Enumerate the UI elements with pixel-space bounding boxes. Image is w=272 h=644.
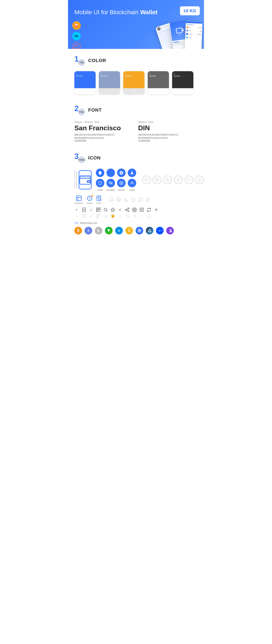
profile-icon-filled [128,168,136,177]
share-icon [125,208,130,212]
font-section-header: 2 TWO FONT [74,105,198,116]
arrow-right-gray-icon [140,214,144,218]
svg-point-23 [177,178,180,181]
svg-line-52 [106,211,107,212]
phone-mockups: myWallet 6,297,502.12 BTC [159,20,202,49]
color-section-num: 1 ONE [74,55,85,66]
color-section: 1 ONE COLOR #3574FA #8DA0C8 #F5A623 [68,49,204,98]
svg-rect-44 [99,208,100,209]
zcash-icon: Z [126,227,133,234]
nav-icons-row: Mangment History Order [74,195,198,204]
plus-icon: + [74,208,79,212]
svg-point-59 [134,209,135,210]
color-swatches: #3574FA #8DA0C8 #F5A623 #666666 #303030 [74,71,198,94]
svg-point-17 [121,172,122,174]
check-icon: ✓ [89,208,94,212]
arrows-lr-gray-icon [125,214,130,218]
ethereum-icon: Ξ [84,227,92,234]
hero-section: Mobile UI for Blockchain Wallet UI Kit P… [68,0,204,49]
svg-point-20 [131,171,133,173]
icon-num-circle: THREE [78,156,85,163]
bitcoin-icon: ₿ [74,227,82,234]
layers-icon-outline [153,176,161,184]
color-num-circle: ONE [78,59,85,66]
assets-icon-filled [96,168,104,177]
svg-line-58 [127,209,128,210]
search-gray-icon [103,214,108,218]
svg-point-55 [126,209,127,210]
qr-gray-icon [96,214,101,218]
swatch-gray: #666666 [148,71,169,94]
icon-col-discover: Discover [117,168,126,191]
transfer-icon [146,208,151,212]
icon-construction-row: Assets [74,168,198,191]
svg-marker-22 [156,178,159,180]
font-section: 2 TWO FONT Regular · Medium · Bold San F… [68,98,204,146]
icon-section-header: 3 THREE ICON [74,152,198,163]
layers-gray-icon [116,198,121,202]
settings-icon [132,208,137,212]
svg-point-54 [128,208,129,209]
exchange-icon-filled [106,168,115,177]
icon-colored-set: Assets [96,168,136,191]
profile-icon-outline [128,179,136,187]
icon-col-exchange: Exchange [106,168,115,191]
ui-kit-badge: UI Kit [180,6,200,15]
dash-icon: D [115,227,123,234]
star-icon [110,208,115,212]
tool-icons-row-1: + ✓ [74,208,198,212]
swatch-dark: #303030 [172,71,194,94]
font-sf: Regular · Medium · Bold San Francisco AB… [74,121,134,142]
blockchain-line [74,223,78,223]
svg-point-19 [121,182,122,184]
svg-rect-45 [96,210,98,212]
svg-rect-67 [96,216,98,218]
svg-marker-70 [111,214,115,218]
svg-point-21 [131,182,133,183]
info-icon-outline [195,176,204,184]
tool-icons-row-2: + ✓ [74,214,198,218]
svg-point-68 [104,215,107,218]
swatch-blue: #3574FA [74,71,96,94]
icon-gray-set [142,176,204,184]
svg-rect-43 [96,208,98,209]
circle-icon-outline [174,176,182,184]
icon-order: Order [96,195,102,204]
svg-rect-27 [76,196,82,201]
assets-icon-outline [96,179,104,187]
discover-icon-filled [117,168,126,177]
svg-line-57 [127,210,128,211]
swatch-orange: #F5A623 [123,71,144,94]
message-gray-icon [138,198,143,202]
hero-title: Mobile UI for Blockchain Wallet [74,8,198,16]
chevron-left-gray-icon [118,214,122,218]
moon-icon-outline [164,176,172,184]
font-grid: Regular · Medium · Bold San Francisco AB… [74,121,198,142]
svg-marker-53 [111,208,115,212]
plus-gray-icon: + [74,214,79,218]
star-gold-icon [110,214,115,218]
sketch-icon [72,21,81,30]
crypto-icons-row: ₿ Ξ Ł D Z [74,227,198,234]
screens-badge: 60+ Screens [72,42,81,49]
font-section-num: 2 TWO [74,105,85,116]
ardr-icon [146,227,154,234]
waves-icon [156,227,164,234]
icon-col-assets: Assets [96,168,104,191]
moon-gray-icon [124,198,128,202]
font-din: Medium · Bold DIN ABCDEFGHIJKLMNOPQRSTUV… [138,121,198,142]
x-gray-icon [132,214,137,218]
exchange-icon-outline [106,179,115,187]
icon-col-profile: Profile [128,168,136,191]
swatch-grayblue: #8DA0C8 [99,71,120,94]
chat-gray-icon [109,198,114,202]
qr-icon [96,208,101,212]
circle-gray-icon [131,198,136,202]
font-num-circle: TWO [78,108,85,116]
check-gray-icon: ✓ [89,214,94,218]
chat-icon-outline [142,176,151,184]
upload-icon [140,208,144,212]
svg-rect-65 [96,214,98,216]
info-gray-icon [145,198,150,202]
icon-management: Mangment [74,195,84,204]
